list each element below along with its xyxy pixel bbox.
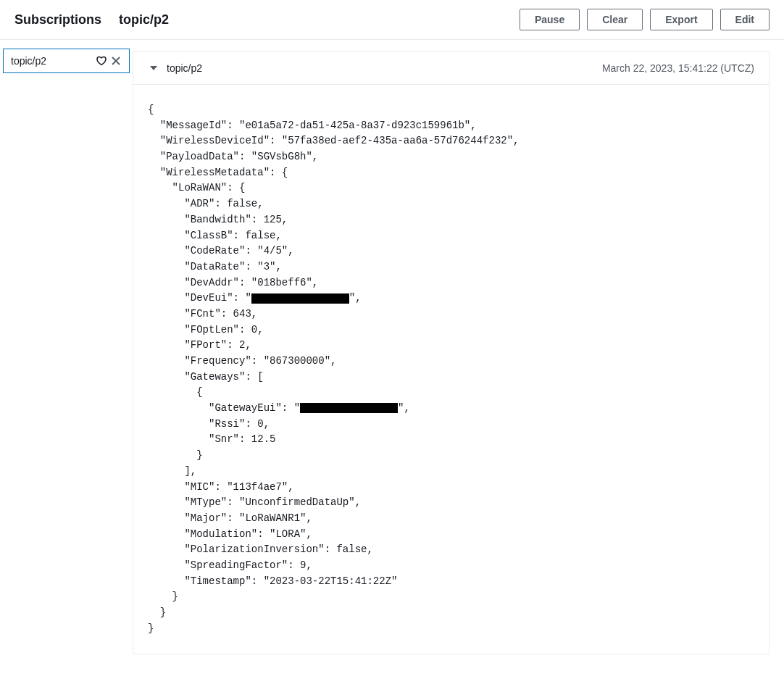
export-button[interactable]: Export bbox=[650, 9, 712, 30]
json-line: ", bbox=[398, 402, 410, 414]
json-line: "PolarizationInversion": false, bbox=[148, 543, 373, 555]
json-line: "CodeRate": "4/5", bbox=[148, 245, 294, 257]
header-left: Subscriptions topic/p2 bbox=[14, 12, 169, 28]
edit-button[interactable]: Edit bbox=[720, 9, 770, 30]
main-panel: topic/p2 March 22, 2023, 15:41:22 (UTCZ)… bbox=[133, 40, 784, 666]
json-line: "Major": "LoRaWANR1", bbox=[148, 512, 312, 524]
message-header-left: topic/p2 bbox=[148, 62, 202, 74]
json-line: } bbox=[148, 449, 203, 461]
json-line: "Bandwidth": 125, bbox=[148, 214, 288, 225]
json-line: "FCnt": 643, bbox=[148, 308, 257, 320]
json-line: "Snr": 12.5 bbox=[148, 433, 275, 445]
json-line: "LoRaWAN": { bbox=[148, 182, 245, 193]
content-area: topic/p2 bbox=[0, 40, 784, 666]
json-line: ", bbox=[349, 292, 362, 304]
json-line: "DataRate": "3", bbox=[148, 261, 282, 272]
subscription-item-label: topic/p2 bbox=[11, 55, 46, 67]
json-line: } bbox=[148, 591, 178, 602]
json-line: "MType": "UnconfirmedDataUp", bbox=[148, 496, 361, 508]
json-line: { bbox=[148, 104, 154, 115]
subscription-item[interactable]: topic/p2 bbox=[3, 49, 130, 73]
json-line: "Rssi": 0, bbox=[148, 418, 270, 430]
json-line: "MessageId": "e01a5a72-da51-425a-8a37-d9… bbox=[148, 120, 477, 131]
clear-button[interactable]: Clear bbox=[587, 9, 643, 30]
redacted-deveui bbox=[251, 293, 349, 304]
json-line: } bbox=[148, 607, 166, 618]
json-line: "MIC": "113f4ae7", bbox=[148, 481, 294, 493]
json-line: "Gateways": [ bbox=[148, 371, 264, 383]
json-line: "DevAddr": "018beff6", bbox=[148, 277, 318, 288]
json-line: "Timestamp": "2023-03-22T15:41:22Z" bbox=[148, 575, 397, 587]
json-line: "SpreadingFactor": 9, bbox=[148, 559, 312, 571]
json-line: "Modulation": "LORA", bbox=[148, 528, 312, 540]
close-icon[interactable] bbox=[110, 55, 122, 67]
subscription-icons bbox=[96, 55, 122, 67]
json-line: "PayloadData": "SGVsbG8h", bbox=[148, 151, 318, 162]
redacted-gatewayeui bbox=[300, 403, 398, 413]
page-header: Subscriptions topic/p2 Pause Clear Expor… bbox=[0, 0, 784, 40]
message-card: topic/p2 March 22, 2023, 15:41:22 (UTCZ)… bbox=[133, 51, 770, 654]
subscriptions-title: Subscriptions bbox=[14, 12, 101, 28]
json-line: "WirelessDeviceId": "57fa38ed-aef2-435a-… bbox=[148, 135, 519, 146]
json-line: "DevEui": " bbox=[148, 292, 251, 304]
message-body: { "MessageId": "e01a5a72-da51-425a-8a37-… bbox=[133, 85, 769, 654]
json-line: "WirelessMetadata": { bbox=[148, 167, 288, 178]
json-line: "FPort": 2, bbox=[148, 339, 251, 351]
header-actions: Pause Clear Export Edit bbox=[520, 9, 770, 30]
json-line: "Frequency": "867300000", bbox=[148, 355, 336, 367]
caret-down-icon[interactable] bbox=[148, 62, 159, 74]
json-line: ], bbox=[148, 465, 196, 477]
json-line: "GatewayEui": " bbox=[148, 402, 300, 414]
message-timestamp: March 22, 2023, 15:41:22 (UTCZ) bbox=[602, 62, 754, 74]
message-header: topic/p2 March 22, 2023, 15:41:22 (UTCZ) bbox=[133, 52, 769, 85]
json-line: { bbox=[148, 386, 203, 398]
json-line: } bbox=[148, 622, 154, 634]
message-topic: topic/p2 bbox=[167, 62, 202, 74]
json-line: "ADR": false, bbox=[148, 198, 264, 209]
json-line: "FOptLen": 0, bbox=[148, 324, 264, 336]
topic-title: topic/p2 bbox=[119, 12, 169, 28]
pause-button[interactable]: Pause bbox=[520, 9, 580, 30]
heart-icon[interactable] bbox=[96, 55, 107, 67]
sidebar: topic/p2 bbox=[0, 40, 133, 666]
json-line: "ClassB": false, bbox=[148, 230, 282, 241]
